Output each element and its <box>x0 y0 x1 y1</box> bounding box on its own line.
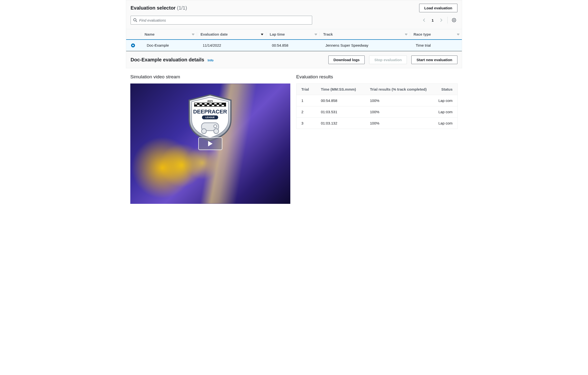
video-heading: Simulation video stream <box>130 74 290 80</box>
cell-time: 00:54.858 <box>316 95 365 106</box>
sort-icon <box>192 33 194 36</box>
svg-rect-18 <box>212 105 214 106</box>
svg-text:aws: aws <box>207 99 213 103</box>
sort-icon <box>405 33 407 36</box>
svg-point-26 <box>201 129 206 134</box>
sort-icon <box>315 33 317 36</box>
page-number: 1 <box>429 18 436 22</box>
col-date[interactable]: Evaluation date <box>197 29 266 40</box>
cell-status: Lap com <box>433 95 457 106</box>
svg-rect-19 <box>217 105 219 106</box>
selector-count: (1/1) <box>177 5 187 11</box>
download-logs-button[interactable]: Download logs <box>328 56 365 64</box>
cell-time: 01:03.132 <box>316 118 365 129</box>
video-player[interactable]: aws DEEPRACER LEAGUE <box>130 83 290 204</box>
svg-marker-3 <box>192 34 194 35</box>
svg-rect-20 <box>222 105 224 106</box>
cell-race: Time trial <box>410 40 462 51</box>
svg-rect-11 <box>204 103 207 104</box>
search-icon <box>133 18 137 22</box>
evaluations-table: Name Evaluation date Lap time Track Race… <box>126 29 462 51</box>
results-row: 301:03.132100%Lap com <box>296 118 458 129</box>
results-table: Trial Time (MM:SS.mmm) Trial results (% … <box>296 83 458 129</box>
svg-rect-12 <box>209 103 212 104</box>
svg-line-1 <box>136 21 137 22</box>
start-new-evaluation-button[interactable]: Start new evaluation <box>411 56 457 64</box>
table-row[interactable]: Doc-Example 11/14/2022 00:54.858 Jennens… <box>126 40 462 51</box>
col-lap[interactable]: Lap time <box>266 29 320 40</box>
cell-status: Lap com <box>433 118 457 129</box>
col-time: Time (MM:SS.mmm) <box>316 84 365 95</box>
prev-page-button[interactable] <box>421 17 428 24</box>
col-trial: Trial <box>296 84 316 95</box>
divider <box>447 17 448 24</box>
svg-marker-4 <box>261 34 263 35</box>
results-row: 100:54.858100%Lap com <box>296 95 458 106</box>
svg-marker-5 <box>315 34 317 35</box>
cell-track: Jennens Super Speedway <box>320 40 410 51</box>
cell-status: Lap com <box>433 106 457 118</box>
search-input-wrapper[interactable] <box>131 16 312 25</box>
results-row: 201:03.531100%Lap com <box>296 106 458 118</box>
play-icon <box>208 141 213 146</box>
svg-point-27 <box>214 129 219 134</box>
cell-lap: 00:54.858 <box>266 40 320 51</box>
cell-pct: 100% <box>365 106 434 118</box>
svg-marker-7 <box>457 34 459 35</box>
results-heading: Evaluation results <box>296 74 458 80</box>
cell-pct: 100% <box>365 118 434 129</box>
cell-trial: 3 <box>296 118 316 129</box>
col-race[interactable]: Race type <box>410 29 462 40</box>
row-radio[interactable] <box>131 43 135 47</box>
svg-point-0 <box>134 19 136 21</box>
col-select <box>126 29 141 40</box>
deepracer-shield-icon: aws DEEPRACER LEAGUE <box>184 93 236 142</box>
info-link[interactable]: Info <box>208 58 214 62</box>
sort-icon-active <box>261 33 264 36</box>
svg-marker-6 <box>405 34 407 35</box>
cell-time: 01:03.531 <box>316 106 365 118</box>
svg-rect-13 <box>214 103 217 104</box>
col-pct: Trial results (% track completed) <box>365 84 434 95</box>
col-track[interactable]: Track <box>320 29 410 40</box>
cell-name: Doc-Example <box>141 40 197 51</box>
svg-rect-16 <box>202 105 204 106</box>
next-page-button[interactable] <box>438 17 444 24</box>
svg-point-2 <box>454 20 455 21</box>
col-name[interactable]: Name <box>141 29 197 40</box>
svg-rect-10 <box>200 103 202 104</box>
cell-date: 11/14/2022 <box>197 40 266 51</box>
svg-text:LEAGUE: LEAGUE <box>205 116 215 119</box>
search-input[interactable] <box>137 18 309 22</box>
svg-rect-14 <box>219 103 222 104</box>
selector-title: Evaluation selector (1/1) <box>131 5 187 11</box>
svg-rect-15 <box>197 105 200 106</box>
selector-title-text: Evaluation selector <box>131 5 175 11</box>
svg-text:DEEPRACER: DEEPRACER <box>193 109 227 115</box>
svg-point-28 <box>214 125 217 128</box>
cell-trial: 1 <box>296 95 316 106</box>
details-title: Doc-Example evaluation details <box>131 57 204 63</box>
load-evaluation-button[interactable]: Load evaluation <box>419 4 457 12</box>
play-button[interactable] <box>198 137 222 150</box>
pagination: 1 <box>421 17 457 24</box>
cell-pct: 100% <box>365 95 434 106</box>
svg-rect-9 <box>195 103 197 104</box>
sort-icon <box>457 33 459 36</box>
cell-trial: 2 <box>296 106 316 118</box>
col-status: Status <box>433 84 457 95</box>
settings-button[interactable] <box>451 17 457 24</box>
stop-evaluation-button: Stop evaluation <box>369 56 407 64</box>
svg-rect-17 <box>207 105 209 106</box>
